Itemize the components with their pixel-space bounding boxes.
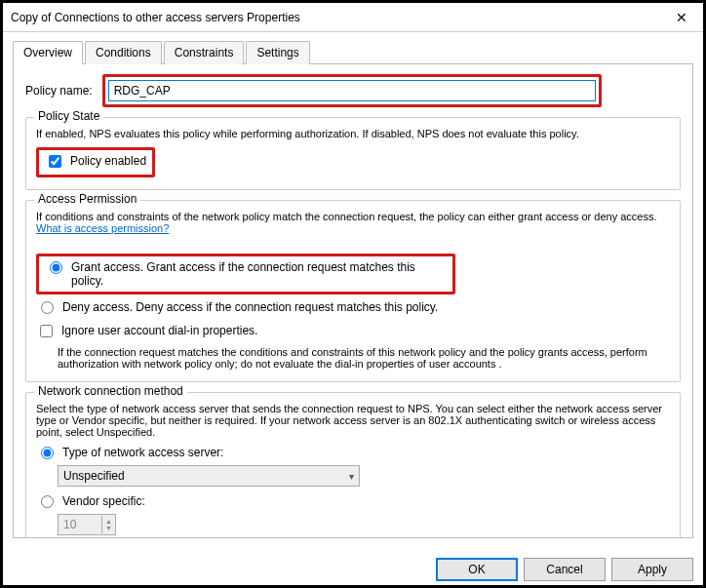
ignore-dialin-checkbox[interactable]: [40, 325, 53, 337]
nas-type-radio[interactable]: [41, 447, 54, 459]
ignore-dialin-label: Ignore user account dial-in properties.: [61, 324, 257, 337]
deny-access-label: Deny access. Deny access if the connecti…: [62, 300, 438, 314]
tab-strip: Overview Conditions Constraints Settings: [13, 40, 693, 64]
vendor-specific-spinner[interactable]: 10 ▲▼: [58, 514, 116, 535]
apply-button[interactable]: Apply: [611, 558, 693, 581]
policy-enabled-checkbox[interactable]: [49, 155, 61, 168]
group-title-policy-state: Policy State: [34, 109, 103, 123]
dialog-button-row: OK Cancel Apply: [3, 548, 703, 585]
group-access-permission: Access Permission If conditions and cons…: [25, 200, 681, 382]
policy-state-desc: If enabled, NPS evaluates this policy wh…: [36, 128, 670, 139]
tab-settings[interactable]: Settings: [246, 41, 309, 64]
ignore-dialin-desc: If the connection request matches the co…: [58, 346, 670, 370]
nas-type-combo[interactable]: Unspecified ▾: [58, 465, 360, 487]
group-title-network-connection: Network connection method: [34, 384, 187, 398]
spinner-arrows-icon: ▲▼: [101, 516, 115, 533]
group-network-connection: Network connection method Select the typ…: [25, 392, 681, 538]
tab-constraints[interactable]: Constraints: [164, 41, 245, 64]
policy-name-input[interactable]: [108, 80, 596, 101]
highlight-grant-access: Grant access. Grant access if the connec…: [36, 254, 455, 294]
highlight-policy-name: [102, 74, 602, 107]
tab-body-overview: Policy name: Policy State If enabled, NP…: [13, 64, 693, 538]
nas-type-value: Unspecified: [63, 469, 125, 483]
access-permission-desc: If conditions and constraints of the net…: [36, 211, 670, 234]
deny-access-radio[interactable]: [41, 301, 54, 314]
close-icon: ✕: [676, 10, 687, 25]
ok-button[interactable]: OK: [436, 558, 518, 581]
highlight-policy-enabled: Policy enabled: [36, 147, 155, 177]
group-policy-state: Policy State If enabled, NPS evaluates t…: [25, 117, 681, 190]
access-permission-link[interactable]: What is access permission?: [36, 222, 169, 234]
group-title-access-permission: Access Permission: [34, 192, 140, 206]
tab-overview[interactable]: Overview: [13, 41, 83, 64]
network-connection-desc: Select the type of network access server…: [36, 403, 670, 438]
tab-conditions[interactable]: Conditions: [85, 41, 162, 64]
close-button[interactable]: ✕: [660, 3, 703, 31]
vendor-specific-value: 10: [63, 518, 76, 531]
window-title: Copy of Connections to other access serv…: [11, 11, 300, 24]
vendor-specific-radio[interactable]: [41, 495, 54, 508]
chevron-down-icon: ▾: [349, 471, 354, 482]
nas-type-label: Type of network access server:: [62, 446, 223, 459]
policy-name-label: Policy name:: [25, 84, 93, 98]
policy-enabled-label: Policy enabled: [70, 154, 146, 168]
grant-access-label: Grant access. Grant access if the connec…: [71, 260, 447, 288]
cancel-button[interactable]: Cancel: [524, 558, 606, 581]
vendor-specific-label: Vendor specific:: [62, 494, 145, 508]
grant-access-radio[interactable]: [50, 261, 62, 274]
